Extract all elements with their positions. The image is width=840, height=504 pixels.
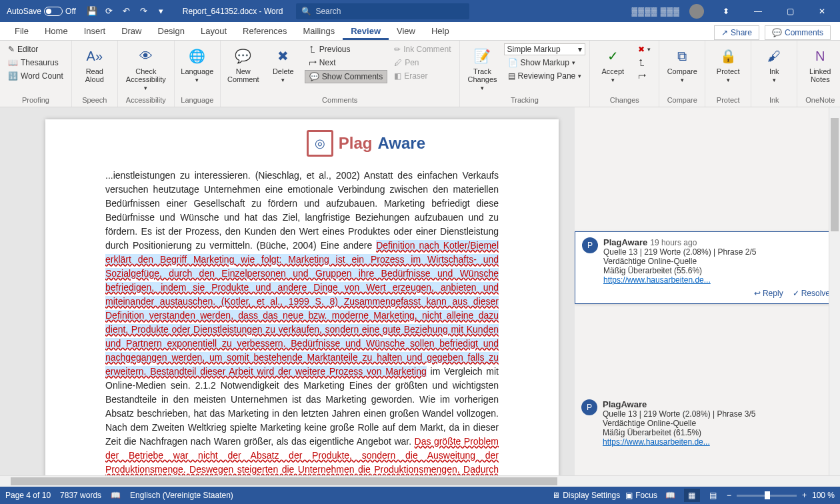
next-icon: ⮣ [309,58,317,67]
compare-button[interactable]: ⧉Compare▾ [663,43,701,95]
chevron-down-icon: ▾ [572,59,575,66]
chevron-down-icon: ▾ [578,73,581,79]
delete-icon: ✖ [273,46,293,66]
qat-customize-icon[interactable]: ▾ [153,3,169,19]
tab-home[interactable]: Home [37,22,76,40]
tab-view[interactable]: View [389,22,423,40]
previous-change-button[interactable]: ⮤ [634,57,655,69]
group-label: Speech [76,95,113,105]
spell-check-icon[interactable]: 📖 [111,491,121,500]
reply-button[interactable]: ↩Reply [754,289,783,298]
ink-comment-button[interactable]: ✏Ink Comment [390,43,455,55]
tab-layout[interactable]: Layout [193,22,235,40]
show-comments-button[interactable]: 💬Show Comments [305,70,387,83]
tab-design[interactable]: Design [150,22,193,40]
doc-paragraph: im Vergleich mit Online-Medien sein. 2.1… [105,366,499,447]
minimize-button[interactable]: — [743,0,773,22]
ribbon-display-options-icon[interactable]: ⬍ [711,0,741,22]
redo-icon[interactable]: ↷ [136,3,152,19]
markup-dropdown[interactable]: Simple Markup▾ [504,43,586,55]
show-comments-icon: 💬 [309,72,319,81]
document-text[interactable]: ...ienstleistungen zu interessieren. (Ni… [105,169,499,487]
reviewing-pane-button[interactable]: ▤Reviewing Pane▾ [504,70,586,82]
comments-button[interactable]: 💬Comments [765,25,831,40]
tab-review[interactable]: Review [343,22,389,40]
thesaurus-button[interactable]: 📖Thesaurus [4,57,67,69]
autosave-toggle[interactable]: AutoSave Off [3,7,80,16]
print-layout-icon[interactable]: ▦ [684,489,700,502]
check-accessibility-button[interactable]: 👁Check Accessibility▾ [122,43,170,95]
zoom-out-button[interactable]: − [727,491,731,500]
tab-mailings[interactable]: Mailings [295,22,343,40]
user-avatar-icon[interactable] [689,4,704,19]
web-layout-icon[interactable]: ▤ [705,489,721,502]
comment-link[interactable]: https://www.hausarbeiten.de... [603,275,711,285]
scrollbar-thumb[interactable] [11,477,557,485]
read-aloud-button[interactable]: A»Read Aloud [76,43,113,95]
group-language: 🌐Language▾ Language [175,41,221,107]
comment-line: Mäßig Überarbeitet (61.5%) [603,428,755,437]
doc-paragraph: ...ienstleistungen zu interessieren. (Ni… [105,170,499,251]
linked-notes-button[interactable]: NLinked Notes [801,43,839,95]
document-scroll[interactable]: ◎ PlagAware ...ienstleistungen zu intere… [0,107,575,487]
close-button[interactable]: ✕ [807,0,837,22]
accept-button[interactable]: ✓Accept▾ [594,43,631,95]
show-markup-button[interactable]: 📄Show Markup▾ [504,57,586,69]
zoom-level[interactable]: 100 % [812,491,835,500]
protect-button[interactable]: 🔒Protect▾ [709,43,747,95]
zoom-slider[interactable] [737,495,797,497]
wordcount-icon: 🔢 [8,71,18,81]
comment-author: PlagAware [603,399,647,409]
pen-button: 🖊Pen [390,57,455,69]
eraser-icon: ◧ [394,71,401,81]
toggle-off-icon [44,7,63,16]
page-indicator[interactable]: Page 4 of 10 [5,491,51,500]
comment-line: Verdächtige Online-Quelle [603,257,756,266]
share-button[interactable]: ↗Share [714,25,759,40]
comment-card-2[interactable]: P PlagAware Quelle 13 | 219 Worte (2.08%… [575,394,837,452]
tab-insert[interactable]: Insert [76,22,114,40]
search-box[interactable]: 🔍 Search [296,3,469,19]
reviewing-pane-icon: ▤ [508,71,515,81]
ink-button[interactable]: 🖌Ink▾ [755,43,793,95]
horizontal-scrollbar[interactable] [0,475,840,487]
language-indicator[interactable]: Englisch (Vereinigte Staaten) [130,491,233,500]
maximize-button[interactable]: ▢ [775,0,805,22]
save-icon[interactable]: 💾 [84,3,100,19]
tab-references[interactable]: References [235,22,295,40]
compare-icon: ⧉ [672,46,692,66]
previous-comment-button[interactable]: ⮤Previous [305,43,387,55]
track-changes-button[interactable]: 📝Track Changes▾ [464,43,501,95]
new-comment-button[interactable]: 💬New Comment [225,43,262,95]
title-bar: AutoSave Off 💾 ⟳ ↶ ↷ ▾ Report_641352.doc… [0,0,840,22]
read-mode-icon[interactable]: 📖 [663,489,679,502]
focus-button[interactable]: ▣Focus [625,491,657,500]
doc-highlight-1[interactable]: Definition nach Kotler/Biemel erklärt de… [105,240,499,377]
document-page[interactable]: ◎ PlagAware ...ienstleistungen zu intere… [45,119,559,487]
comment-link[interactable]: https://www.hausarbeiten.de... [603,437,710,447]
word-count-indicator[interactable]: 7837 words [60,491,101,500]
reject-button[interactable]: ✖▾ [634,43,655,55]
plagaware-logo: ◎ PlagAware [307,130,425,157]
tab-help[interactable]: Help [423,22,457,40]
comment-card-1[interactable]: P PlagAware19 hours ago Quelle 13 | 219 … [575,231,837,304]
tab-file[interactable]: File [7,22,37,40]
autosave-label: AutoSave [7,7,41,16]
next-comment-button[interactable]: ⮣Next [305,57,387,69]
scrollbar-thumb[interactable] [831,118,839,231]
zoom-in-button[interactable]: + [802,491,807,500]
editor-button[interactable]: ✎Editor [4,43,67,55]
logo-text-plag: Plag [339,131,373,155]
autosave-sync-icon[interactable]: ⟳ [101,3,117,19]
delete-comment-button[interactable]: ✖Delete▾ [265,43,302,95]
comment-line: Quelle 13 | 219 Worte (2.08%) | Phrase 3… [603,409,755,419]
display-settings-button[interactable]: 🖥Display Settings [552,491,620,500]
next-change-button[interactable]: ⮣ [634,70,655,82]
group-label: Proofing [4,95,67,105]
word-count-button[interactable]: 🔢Word Count [4,70,67,82]
vertical-scrollbar[interactable] [829,107,840,475]
undo-icon[interactable]: ↶ [119,3,135,19]
resolve-button[interactable]: ✓Resolve [793,289,830,298]
tab-draw[interactable]: Draw [113,22,149,40]
language-button[interactable]: 🌐Language▾ [179,43,216,95]
